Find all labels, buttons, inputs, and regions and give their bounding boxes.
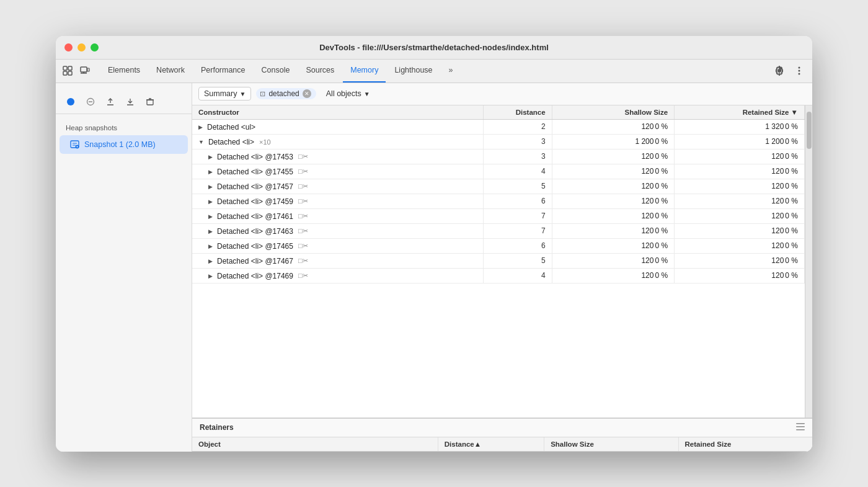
table-row[interactable]: ▶ Detached <li> @17459 □✂ 6 1200 % 1200 …	[192, 194, 805, 208]
stop-button[interactable]	[82, 93, 99, 110]
node-icons: □✂	[298, 272, 308, 280]
col-header-shallow[interactable]: Shallow Size	[552, 105, 675, 120]
retained-cell: 1200 %	[675, 253, 805, 268]
retained-cell: 1200 %	[675, 268, 805, 283]
retainers-menu-icon[interactable]	[796, 423, 805, 432]
col-header-retained[interactable]: Retained Size ▼	[675, 105, 805, 120]
retained-cell: 1200 %	[675, 238, 805, 253]
upload-button[interactable]	[102, 93, 119, 110]
node-icons: □✂	[298, 168, 308, 176]
retainers-col-object[interactable]: Object	[192, 437, 438, 451]
tab-console[interactable]: Console	[254, 59, 298, 83]
svg-rect-5	[87, 68, 89, 71]
heap-table-wrapper: Constructor Distance Shallow Size Retain…	[192, 105, 812, 418]
retained-cell: 1200 %	[675, 164, 805, 179]
table-row[interactable]: ▶ Detached <li> @17469 □✂ 4 1200 % 1200 …	[192, 268, 805, 283]
svg-point-17	[67, 98, 74, 105]
scrollbar-thumb[interactable]	[807, 112, 812, 149]
close-button[interactable]	[64, 43, 73, 51]
distance-cell: 7	[483, 223, 552, 238]
retainers-col-retained[interactable]: Retained Size	[679, 437, 812, 451]
table-row[interactable]: ▶ Detached <li> @17465 □✂ 6 1200 % 1200 …	[192, 238, 805, 253]
shallow-cell: 1200 %	[552, 194, 675, 208]
retained-cell: 1200 %	[675, 208, 805, 223]
minimize-button[interactable]	[78, 43, 86, 51]
filter-chip: ⊡ detached ✕	[256, 88, 316, 99]
tabbar-left-icons	[61, 64, 92, 78]
retained-cell: 1 200 0 %	[675, 134, 805, 149]
distance-cell: 2	[483, 119, 552, 134]
filter-bar: Summary ▼ ⊡ detached ✕ All objects ▼	[192, 83, 812, 105]
snapshot-icon	[69, 140, 79, 150]
shallow-cell: 1200 %	[552, 208, 675, 223]
table-row[interactable]: ▼ Detached <li> ×10 3	[192, 134, 805, 149]
col-header-constructor[interactable]: Constructor	[192, 105, 483, 120]
svg-rect-2	[68, 66, 72, 70]
svg-point-15	[799, 70, 800, 72]
expand-triangle-icon: ▶	[208, 228, 213, 235]
tab-elements[interactable]: Elements	[100, 59, 148, 83]
summary-label: Summary	[204, 89, 237, 98]
table-row[interactable]: ▶ Detached <li> @17467 □✂ 5 1200 % 1200 …	[192, 253, 805, 268]
record-button[interactable]	[62, 93, 79, 110]
filter-remove-button[interactable]: ✕	[303, 89, 311, 98]
shallow-cell: 120 0 %	[552, 119, 675, 134]
shallow-cell: 1200 %	[552, 149, 675, 164]
table-scrollbar[interactable]	[805, 105, 812, 418]
table-row[interactable]: ▶ Detached <li> @17463 □✂ 7 1200 % 1200 …	[192, 223, 805, 238]
distance-cell: 4	[483, 164, 552, 179]
svg-rect-0	[63, 66, 67, 70]
svg-rect-1	[63, 71, 67, 75]
node-icons: □✂	[298, 257, 308, 265]
shallow-cell: 1200 %	[552, 253, 675, 268]
tab-sources[interactable]: Sources	[298, 59, 342, 83]
titlebar: DevTools - file:///Users/stmarthe/detach…	[56, 36, 812, 60]
table-row[interactable]: ▶ Detached <li> @17461 □✂ 7 1200 % 1200 …	[192, 208, 805, 223]
clear-button[interactable]	[141, 93, 159, 110]
all-objects-dropdown[interactable]: All objects ▼	[326, 89, 370, 98]
retained-cell: 1200 %	[675, 149, 805, 164]
retainers-col-shallow[interactable]: Shallow Size	[544, 437, 678, 451]
maximize-button[interactable]	[91, 43, 99, 51]
table-body: ▶ Detached <ul> 2 120	[192, 119, 805, 283]
expand-triangle-icon: ▶	[208, 154, 213, 160]
heap-table[interactable]: Constructor Distance Shallow Size Retain…	[192, 105, 805, 418]
retainers-columns: Object Distance▲ Shallow Size Retained S…	[192, 437, 812, 452]
distance-cell: 6	[483, 238, 552, 253]
table-header: Constructor Distance Shallow Size Retain…	[192, 105, 805, 120]
tab-network[interactable]: Network	[149, 59, 192, 83]
tab-lighthouse[interactable]: Lighthouse	[387, 59, 440, 83]
table-row[interactable]: ▶ Detached <li> @17457 □✂ 5 1200 % 1200 …	[192, 179, 805, 194]
constructor-cell: ▶ Detached <li> @17459 □✂	[192, 194, 483, 208]
summary-chevron-icon: ▼	[239, 91, 246, 97]
table-row[interactable]: ▶ Detached <li> @17453 □✂ 3 1200 % 1200 …	[192, 149, 805, 164]
settings-icon[interactable]	[771, 63, 787, 79]
expand-triangle-icon: ▶	[208, 258, 213, 264]
window-title: DevTools - file:///Users/stmarthe/detach…	[319, 43, 549, 52]
menu-icon[interactable]	[791, 63, 807, 79]
node-icons: □✂	[298, 153, 308, 161]
download-button[interactable]	[122, 93, 139, 110]
svg-rect-13	[779, 73, 780, 75]
retainers-col-distance[interactable]: Distance▲	[438, 437, 544, 451]
snapshot-item[interactable]: Snapshot 1 (2.0 MB)	[60, 135, 188, 154]
table-row[interactable]: ▶ Detached <li> @17455 □✂ 4 1200 % 1200 …	[192, 164, 805, 179]
table-row[interactable]: ▶ Detached <ul> 2 120	[192, 119, 805, 134]
inspect-icon[interactable]	[61, 64, 74, 78]
tab-memory[interactable]: Memory	[343, 59, 386, 83]
summary-dropdown[interactable]: Summary ▼	[198, 87, 251, 101]
tab-performance[interactable]: Performance	[193, 59, 253, 83]
expand-triangle-icon: ▶	[208, 273, 213, 279]
device-icon[interactable]	[78, 64, 92, 78]
col-header-distance[interactable]: Distance	[483, 105, 552, 120]
node-icons: □✂	[298, 197, 308, 205]
distance-cell: 3	[483, 149, 552, 164]
tab-more[interactable]: »	[441, 59, 461, 83]
retainers-header: Retainers	[192, 419, 812, 437]
distance-cell: 5	[483, 253, 552, 268]
filter-text: detached	[268, 89, 299, 98]
all-objects-chevron-icon: ▼	[364, 91, 370, 97]
constructor-cell: ▶ Detached <li> @17455 □✂	[192, 164, 483, 179]
svg-rect-10	[776, 70, 777, 71]
memory-toolbar	[56, 91, 192, 114]
